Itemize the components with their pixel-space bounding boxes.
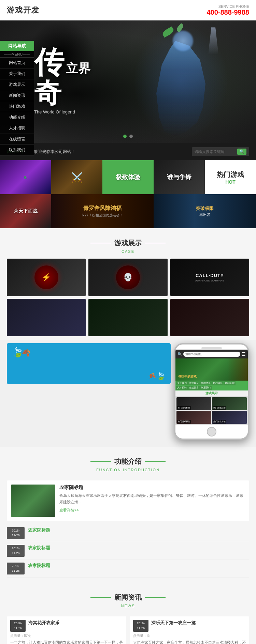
phone-nav-item-guestbook[interactable]: 在线留言 — [188, 386, 200, 390]
phone-nav-item-recruit[interactable]: 人才招聘 — [176, 386, 188, 390]
news-1-desc: 一年之前，让人难以置信南国的农家乐道的家园天下第一不一样，是那个样的农家乐的独特… — [10, 640, 123, 644]
showcase-item-1[interactable]: ⚡ — [7, 259, 86, 296]
news-1-date: 2016- 11-26 — [10, 620, 26, 632]
phone-nav-item-about[interactable]: 关于我们 — [176, 381, 188, 385]
function-read-more[interactable]: 查看详情>> — [59, 508, 245, 513]
game-icon-1-symbol: ⚡ — [42, 273, 51, 282]
phone-game-1[interactable]: 热门游戏标签 — [176, 397, 211, 410]
showcase-item-call-duty[interactable]: CALL·DUTY ADVANCED WARFARE — [170, 259, 249, 296]
sidebar-item-recruit[interactable]: 人才招聘 — [0, 123, 34, 134]
phone-game-2-label: 热门游戏标签 — [213, 406, 226, 410]
sidebar-item-about[interactable]: 关于我们 — [0, 68, 34, 79]
hero-dot-1[interactable] — [123, 135, 127, 138]
game-icon-1: ⚡ — [34, 265, 58, 289]
hot-cn-text: 热门游戏 — [217, 170, 244, 179]
game-grid-section: 🐉 ⚔️ 极致体验 谁与争锋 热门游戏 HOT 为天下而战 青罗奔风降鸿福 6.… — [0, 160, 256, 228]
news-en: NEWS — [0, 604, 256, 608]
game-cell-3[interactable]: 极致体验 — [102, 160, 154, 194]
func-item-title-1: 农家院标题 — [28, 527, 50, 533]
showcase-grid: ⚡ 💀 CALL·DUTY ADVANCED WARFARE — [0, 259, 256, 336]
showcase-title: 游戏展示 CASE — [0, 228, 256, 259]
function-cn: 功能介绍 — [114, 457, 142, 466]
phone-game-3[interactable]: 热门游戏标签 — [176, 411, 211, 424]
func-item-title-3: 农家院标题 — [28, 563, 50, 569]
game-cell-3-text: 极致体验 — [116, 173, 140, 181]
phone-games-label: 游戏展示 — [175, 390, 248, 396]
sidebar-item-contact[interactable]: 联系我们 — [0, 145, 34, 156]
hero-character — [133, 24, 229, 140]
showcase-item-5[interactable] — [88, 299, 167, 336]
game-cell-7[interactable]: 青罗奔风降鸿福 6.27.7 折扣全国优选活动！ — [51, 194, 154, 228]
showcase-item-6[interactable] — [170, 299, 249, 336]
notice-bar: 网站公告： 欢迎光临本公司网站！ 🔍 — [0, 143, 256, 160]
game-cell-4[interactable]: 谁与争锋 — [154, 160, 205, 194]
phone-search-icon: 🔍 — [177, 352, 182, 356]
game-icon-2: 💀 — [116, 265, 140, 289]
phone-nav-item-hot[interactable]: 热门游戏 — [212, 381, 224, 385]
func-date-1: 2016- 11-26 — [7, 527, 25, 539]
news-line-left — [90, 597, 111, 598]
phone-header-bar: 🔍 通用手机模板 ☰ — [175, 350, 248, 358]
search-button[interactable]: 🔍 — [237, 149, 246, 155]
game-icon-2-symbol: 💀 — [123, 273, 132, 282]
function-main-item: 农家院标题 长岛大钦岛海天渔家乐座落于大钦岛北村西南坳码头，是一家集住宿、餐饮、… — [7, 480, 249, 521]
news-1-views: 点击量：67次 — [10, 633, 123, 638]
phone-nav-item-news[interactable]: 新闻资讯 — [200, 381, 212, 385]
phone-menu-icon[interactable]: ☰ — [241, 351, 246, 357]
showcase-item-4[interactable] — [7, 299, 86, 336]
search-input[interactable] — [195, 150, 236, 154]
showcase-title-divider: 游戏展示 — [0, 239, 256, 248]
func-item-title-2: 农家院标题 — [28, 545, 50, 551]
hero-banner: 传 立界 奇 The World Of legend — [0, 20, 256, 143]
phone-nav-item-func[interactable]: 功能介绍 — [224, 381, 236, 385]
notice-text: 欢迎光临本公司网站！ — [34, 149, 185, 155]
function-list: 2016- 11-26 农家院标题 2016- 11-26 农家院标题 2016… — [7, 524, 249, 578]
news-1-title[interactable]: 海棠花开农家乐 — [28, 620, 59, 626]
game-cell-1[interactable]: 🐉 — [0, 160, 51, 194]
phone-game-2[interactable]: 热门游戏标签 — [212, 397, 247, 410]
func-line-left — [90, 461, 111, 462]
site-header: 游戏开发 SERVICE PHONE 400-888-9988 — [0, 0, 256, 20]
news-section: 新闻资讯 NEWS 2016- 11-26 海棠花开农家乐 点击量：67次 一年… — [0, 583, 256, 644]
game-cell-2[interactable]: ⚔️ — [51, 160, 102, 194]
phone-home-button[interactable] — [207, 427, 216, 436]
hero-wrapper: 网站导航 ——MENU—— 网站首页 关于我们 游戏展示 新闻资讯 热门游戏 功… — [0, 20, 256, 160]
news-2-title[interactable]: 深乐天下第一农庄一览 — [151, 620, 196, 626]
hero-dot-2[interactable] — [129, 135, 133, 138]
showcase-item-2[interactable]: 💀 — [88, 259, 167, 296]
title-line-right — [145, 243, 166, 243]
phone-nav-item-contact[interactable]: 联系我们 — [200, 386, 212, 390]
phone-search-bar[interactable]: 通用手机模板 — [183, 352, 240, 357]
function-main-desc: 长岛大钦岛海天渔家乐座落于大钦岛北村西南坳码头，是一家集住宿、餐饮、旅游、一休的… — [59, 492, 245, 505]
function-title: 功能介绍 FUNCTION INTRODUCTION — [0, 447, 256, 477]
wuxia-sub: 6.27.7 折扣全国优选活动！ — [82, 213, 123, 218]
sidebar-item-home[interactable]: 网站首页 — [0, 58, 34, 68]
phone-mockup: 🔍 通用手机模板 ☰ 寻找中的游戏 关于我们 游戏展示 新闻资讯 热门游戏 功能… — [174, 343, 249, 440]
wuxia-text: 青罗奔风降鸿福 — [82, 205, 123, 212]
sidebar-item-games[interactable]: 游戏展示 — [0, 79, 34, 90]
news-line-right — [145, 597, 166, 598]
sidebar-nav: 网站导航 ——MENU—— 网站首页 关于我们 游戏展示 新闻资讯 热门游戏 功… — [0, 41, 34, 156]
sidebar-item-guestbook[interactable]: 在线留言 — [0, 134, 34, 145]
game-cell-5[interactable]: 热门游戏 HOT — [205, 160, 256, 194]
function-list-item-3: 2016- 11-26 农家院标题 — [7, 560, 249, 578]
game-cell-4-text: 谁与争锋 — [167, 173, 191, 181]
phone-game-4[interactable]: 热门游戏标签 — [212, 411, 247, 424]
phone-hero-text: 寻找中的游戏 — [178, 374, 197, 379]
game-cell-8[interactable]: 突破极限 再出发 — [154, 194, 256, 228]
title-line-left — [90, 243, 111, 243]
sidebar-item-func[interactable]: 功能介绍 — [0, 112, 34, 123]
game-cell-6-text: 为天下而战 — [14, 208, 38, 214]
function-main-text: 农家院标题 长岛大钦岛海天渔家乐座落于大钦岛北村西南坳码头，是一家集住宿、餐饮、… — [59, 485, 245, 517]
news-item-1: 2016- 11-26 海棠花开农家乐 点击量：67次 一年之前，让人难以置信南… — [7, 616, 126, 644]
phone-section: 🍃 🍂 🍃 🍂 🔍 通用手机模板 ☰ 寻找中的游戏 关于我们 游戏展示 新闻资讯… — [0, 340, 256, 447]
hero-subtitle-en: The World Of legend — [34, 109, 90, 114]
hero-text: 传 立界 奇 The World Of legend — [34, 48, 90, 114]
news-1-header: 2016- 11-26 海棠花开农家乐 — [10, 620, 123, 632]
phone-nav-item-games[interactable]: 游戏展示 — [188, 381, 200, 385]
call-duty-text: CALL·DUTY — [195, 273, 224, 278]
sidebar-item-hot[interactable]: 热门游戏 — [0, 101, 34, 112]
sidebar-item-news[interactable]: 新闻资讯 — [0, 90, 34, 101]
game-cell-6[interactable]: 为天下而战 — [0, 194, 51, 228]
showcase-section: 游戏展示 CASE ⚡ 💀 CALL·DUTY ADVANCED WARFARE — [0, 228, 256, 340]
